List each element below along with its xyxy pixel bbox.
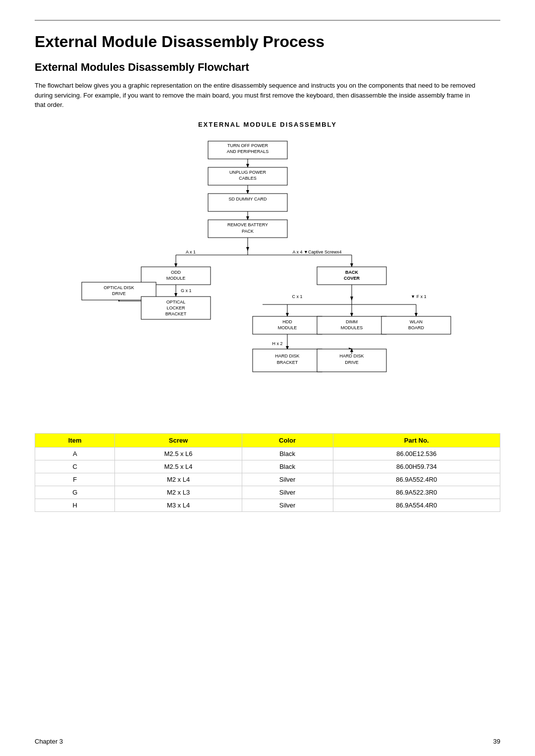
svg-text:A x 1: A x 1 [186,250,196,254]
table-cell: A [35,447,115,460]
table-cell: 86.9A522.3R0 [333,486,500,499]
table-cell: 86.00H59.734 [333,460,500,473]
svg-text:BRACKET: BRACKET [277,360,298,365]
table-cell: M3 x L4 [115,499,242,511]
top-rule [35,20,500,21]
table-cell: H [35,499,115,511]
svg-text:DIMM: DIMM [346,319,358,324]
svg-text:▼ F x 1: ▼ F x 1 [411,294,426,299]
svg-text:MODULE: MODULE [278,325,297,330]
svg-text:LOCKER: LOCKER [166,305,185,310]
svg-text:C x 1: C x 1 [292,294,302,299]
table-cell: F [35,473,115,486]
svg-text:REMOVE BATTERY: REMOVE BATTERY [227,222,268,227]
svg-text:WLAN: WLAN [410,319,423,324]
svg-text:OPTICAL: OPTICAL [166,300,186,304]
table-cell: Black [242,460,333,473]
svg-text:DRIVE: DRIVE [345,360,359,365]
svg-text:OPTICAL DISK: OPTICAL DISK [104,285,134,290]
svg-text:HDD: HDD [282,319,292,324]
svg-text:ODD: ODD [171,270,181,275]
svg-text:BOARD: BOARD [408,325,425,330]
page-title: External Module Disassembly Process [35,33,500,51]
table-cell: 86.9A552.4R0 [333,473,500,486]
svg-text:UNPLUG POWER: UNPLUG POWER [229,170,267,175]
table-row: CM2.5 x L4Black86.00H59.734 [35,460,500,473]
table-cell: Silver [242,473,333,486]
table-header-color: Color [242,433,333,447]
table-row: FM2 x L4Silver86.9A552.4R0 [35,473,500,486]
table-header-item: Item [35,433,115,447]
intro-text: The flowchart below gives you a graphic … [35,81,481,110]
table-cell: Silver [242,486,333,499]
svg-text:SD DUMMY CARD: SD DUMMY CARD [229,197,267,202]
footer-chapter: Chapter 3 [35,738,63,745]
svg-text:MODULES: MODULES [341,325,363,330]
svg-text:BACK: BACK [345,270,358,275]
table-cell: Silver [242,499,333,511]
table-cell: Black [242,447,333,460]
footer-page: 39 [493,738,500,745]
table-cell: M2 x L3 [115,486,242,499]
table-row: AM2.5 x L6Black86.00E12.536 [35,447,500,460]
table-cell: M2 x L4 [115,473,242,486]
table-header-screw: Screw [115,433,242,447]
svg-text:CABLES: CABLES [239,176,257,181]
svg-text:AND PERIPHERALS: AND PERIPHERALS [227,149,269,154]
section-title: External Modules Disassembly Flowchart [35,61,500,74]
svg-text:DRIVE: DRIVE [112,291,126,296]
table-cell: 86.9A554.4R0 [333,499,500,511]
svg-text:BRACKET: BRACKET [165,311,187,316]
svg-text:A x 4    ▼Captive Screwx4: A x 4 ▼Captive Screwx4 [293,250,342,254]
table-cell: M2.5 x L4 [115,460,242,473]
svg-text:HARD DISK: HARD DISK [275,353,299,358]
svg-text:PACK: PACK [242,229,254,234]
table-cell: C [35,460,115,473]
flowchart-title: EXTERNAL MODULE DISASSEMBLY [35,121,500,128]
svg-text:COVER: COVER [344,276,360,281]
table-row: HM3 x L4Silver86.9A554.4R0 [35,499,500,511]
table-cell: G [35,486,115,499]
svg-text:H x 2: H x 2 [272,341,282,346]
table-cell: 86.00E12.536 [333,447,500,460]
flowchart-svg: TURN OFF POWER AND PERIPHERALS UNPLUG PO… [54,136,481,413]
table-header-partno: Part No. [333,433,500,447]
footer: Chapter 3 39 [0,726,535,756]
table-row: GM2 x L3Silver86.9A522.3R0 [35,486,500,499]
table-cell: M2.5 x L6 [115,447,242,460]
screw-table: Item Screw Color Part No. AM2.5 x L6Blac… [35,433,500,512]
flowchart-container: TURN OFF POWER AND PERIPHERALS UNPLUG PO… [35,136,500,413]
svg-text:MODULE: MODULE [166,276,186,281]
svg-text:G x 1: G x 1 [181,288,192,293]
svg-text:TURN OFF POWER: TURN OFF POWER [227,143,268,148]
svg-text:HARD DISK: HARD DISK [339,353,364,358]
